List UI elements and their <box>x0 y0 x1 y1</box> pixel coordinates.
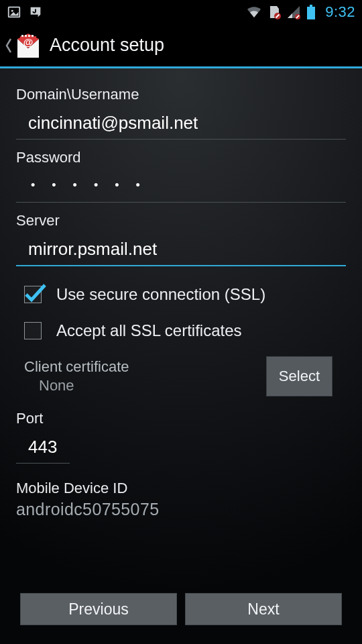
account-setup-form: Domain\Username Password • • • • • • Ser… <box>0 68 362 593</box>
wifi-icon <box>246 5 262 19</box>
port-label: Port <box>16 410 346 427</box>
accept-all-checkbox[interactable] <box>24 322 42 339</box>
accept-all-checkbox-row[interactable]: Accept all SSL certificates <box>16 312 346 348</box>
voicemail-icon <box>28 5 43 19</box>
status-right: 9:32 <box>246 3 355 21</box>
sd-card-error-icon <box>267 5 281 19</box>
gallery-icon <box>7 5 21 19</box>
client-certificate-value: None <box>24 377 266 394</box>
back-caret-icon[interactable] <box>4 37 13 54</box>
mobile-device-id-value: androidc50755075 <box>16 500 346 519</box>
client-certificate-row: Client certificate None Select <box>16 348 346 405</box>
svg-point-1 <box>11 10 13 12</box>
status-bar: 9:32 <box>0 0 362 24</box>
domain-username-field: Domain\Username <box>16 86 346 140</box>
bottom-nav-bar: Previous Next <box>0 593 362 644</box>
svg-rect-7 <box>307 7 315 19</box>
status-time: 9:32 <box>325 3 355 21</box>
svg-rect-6 <box>310 5 312 7</box>
port-field: Port <box>16 410 346 464</box>
email-app-icon[interactable]: @ <box>13 31 43 60</box>
password-input[interactable]: • • • • • • <box>16 172 346 203</box>
server-input[interactable] <box>16 235 346 266</box>
next-button[interactable]: Next <box>185 593 342 625</box>
server-field: Server <box>16 212 346 266</box>
domain-username-label: Domain\Username <box>16 86 346 103</box>
client-certificate-label: Client certificate <box>24 358 266 376</box>
status-left <box>7 5 43 19</box>
battery-icon <box>306 5 316 19</box>
ssl-checkbox-row[interactable]: Use secure connection (SSL) <box>16 276 346 312</box>
domain-username-input[interactable] <box>16 109 346 140</box>
mobile-device-id-block: Mobile Device ID androidc50755075 <box>16 477 346 519</box>
mobile-device-id-label: Mobile Device ID <box>16 480 346 497</box>
app-bar[interactable]: @ Account setup <box>0 24 362 68</box>
cell-signal-icon <box>286 5 301 19</box>
password-field: Password • • • • • • <box>16 149 346 203</box>
server-label: Server <box>16 212 346 229</box>
ssl-checkbox[interactable] <box>24 286 42 303</box>
app-title: Account setup <box>50 35 164 56</box>
svg-text:@: @ <box>23 36 34 48</box>
port-input[interactable] <box>16 433 70 464</box>
previous-button[interactable]: Previous <box>20 593 177 625</box>
password-label: Password <box>16 149 346 166</box>
ssl-label: Use secure connection (SSL) <box>56 285 265 304</box>
accept-all-label: Accept all SSL certificates <box>56 321 242 340</box>
select-certificate-button[interactable]: Select <box>266 356 333 396</box>
